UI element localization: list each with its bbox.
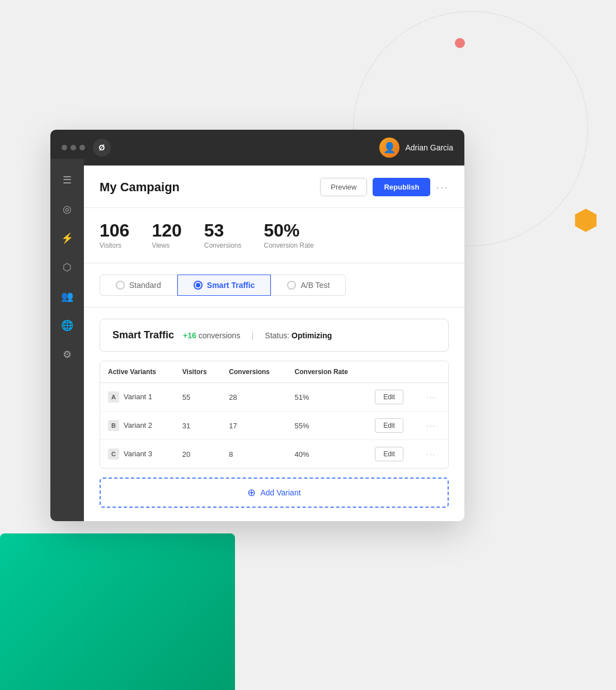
add-variant-icon: ⊕ bbox=[247, 486, 256, 499]
sidebar-item-campaigns[interactable]: ☰ bbox=[55, 168, 79, 192]
tab-standard[interactable]: Standard bbox=[100, 275, 177, 296]
bg-green-decoration bbox=[0, 533, 235, 690]
cell-edit: Edit bbox=[367, 383, 418, 412]
st-status-value: Optimizing bbox=[291, 331, 332, 340]
add-variant-label: Add Variant bbox=[260, 488, 300, 497]
table-row: BVariant 2 31 17 55% Edit ··· bbox=[100, 412, 448, 440]
th-menu bbox=[418, 361, 448, 383]
window-dot-1 bbox=[62, 145, 67, 150]
th-action bbox=[367, 361, 418, 383]
th-conversion-rate: Conversion Rate bbox=[287, 361, 368, 383]
smart-traffic-section: Smart Traffic +16 conversions | Status: … bbox=[100, 319, 449, 352]
edit-button[interactable]: Edit bbox=[375, 390, 403, 404]
cell-conversions: 8 bbox=[221, 440, 286, 469]
cell-conversions: 28 bbox=[221, 383, 286, 412]
app-window: Ø 👤 Adrian Garcia ☰ ◎ ⚡ ⬡ 👥 🌐 ⚙ My Campa… bbox=[50, 130, 464, 521]
sidebar-item-people[interactable]: 👥 bbox=[55, 284, 79, 309]
stats-row: 106 Visitors 120 Views 53 Conversions 50… bbox=[84, 208, 464, 263]
tab-ab-test-label: A/B Test bbox=[300, 281, 330, 290]
th-conversions: Conversions bbox=[221, 361, 286, 383]
row-more-menu[interactable]: ··· bbox=[426, 421, 436, 430]
table-header-row: Active Variants Visitors Conversions Con… bbox=[100, 361, 448, 383]
st-conversions-text: conversions bbox=[199, 331, 241, 340]
cell-edit: Edit bbox=[367, 440, 418, 469]
header-actions: Preview Republish ··· bbox=[320, 178, 449, 196]
table-row: CVariant 3 20 8 40% Edit ··· bbox=[100, 440, 448, 469]
stat-views-label: Views bbox=[152, 242, 181, 249]
cell-rate: 40% bbox=[287, 440, 368, 469]
edit-button[interactable]: Edit bbox=[375, 418, 403, 433]
table: Active Variants Visitors Conversions Con… bbox=[100, 361, 448, 468]
tab-standard-label: Standard bbox=[129, 281, 161, 290]
radio-smart-traffic bbox=[194, 281, 203, 290]
bg-dot-decoration bbox=[455, 38, 465, 48]
tab-smart-traffic-label: Smart Traffic bbox=[207, 281, 255, 290]
title-bar-right: 👤 Adrian Garcia bbox=[379, 138, 453, 158]
stat-conversions-label: Conversions bbox=[204, 242, 242, 249]
svg-marker-0 bbox=[575, 209, 596, 232]
main-content: My Campaign Preview Republish ··· 106 Vi… bbox=[84, 166, 464, 521]
radio-inner-dot bbox=[196, 283, 200, 287]
tab-smart-traffic[interactable]: Smart Traffic bbox=[177, 275, 271, 296]
stat-visitors-label: Visitors bbox=[100, 242, 129, 249]
cell-variant-name: CVariant 3 bbox=[100, 440, 175, 469]
republish-button[interactable]: Republish bbox=[373, 178, 430, 196]
app-body: ☰ ◎ ⚡ ⬡ 👥 🌐 ⚙ My Campaign Preview Republ… bbox=[50, 166, 464, 521]
cell-visitors: 55 bbox=[175, 383, 222, 412]
radio-ab-test bbox=[287, 281, 296, 290]
title-bar: Ø 👤 Adrian Garcia bbox=[50, 130, 464, 166]
stat-rate-value: 50% bbox=[264, 221, 313, 239]
stat-rate-label: Conversion Rate bbox=[264, 242, 313, 249]
more-menu[interactable]: ··· bbox=[436, 181, 449, 193]
add-variant-button[interactable]: ⊕ Add Variant bbox=[100, 478, 449, 508]
stat-views: 120 Views bbox=[152, 221, 181, 249]
table-row: AVariant 1 55 28 51% Edit ··· bbox=[100, 383, 448, 412]
stat-conversion-rate: 50% Conversion Rate bbox=[264, 221, 313, 249]
st-header: Smart Traffic +16 conversions | Status: … bbox=[112, 329, 436, 341]
sidebar-item-goals[interactable]: ◎ bbox=[55, 197, 79, 221]
sidebar-item-integrations[interactable]: ⬡ bbox=[55, 255, 79, 280]
stat-conversions: 53 Conversions bbox=[204, 221, 242, 249]
st-status: Status: Optimizing bbox=[265, 331, 332, 340]
cell-edit: Edit bbox=[367, 412, 418, 440]
sidebar: ☰ ◎ ⚡ ⬡ 👥 🌐 ⚙ bbox=[50, 159, 84, 521]
cell-conversions: 17 bbox=[221, 412, 286, 440]
tab-ab-test[interactable]: A/B Test bbox=[271, 275, 346, 296]
row-more-menu[interactable]: ··· bbox=[426, 393, 436, 401]
st-divider: | bbox=[251, 330, 253, 341]
bg-hex-decoration bbox=[572, 207, 599, 234]
sidebar-item-lightning[interactable]: ⚡ bbox=[55, 226, 79, 251]
cell-dots: ··· bbox=[418, 383, 448, 412]
preview-button[interactable]: Preview bbox=[320, 178, 367, 196]
st-conversions-plus: +16 bbox=[183, 331, 196, 340]
username: Adrian Garcia bbox=[405, 143, 453, 152]
cell-rate: 55% bbox=[287, 412, 368, 440]
cell-variant-name: AVariant 1 bbox=[100, 383, 175, 412]
row-more-menu[interactable]: ··· bbox=[426, 450, 436, 459]
stat-views-value: 120 bbox=[152, 221, 181, 239]
cell-variant-name: BVariant 2 bbox=[100, 412, 175, 440]
sidebar-item-settings[interactable]: ⚙ bbox=[55, 342, 79, 367]
th-visitors: Visitors bbox=[175, 361, 222, 383]
avatar: 👤 bbox=[379, 138, 399, 158]
stat-conversions-value: 53 bbox=[204, 221, 242, 239]
edit-button[interactable]: Edit bbox=[375, 447, 403, 461]
st-conversions: +16 conversions bbox=[183, 331, 240, 340]
window-dot-3 bbox=[79, 145, 85, 150]
variant-badge: C bbox=[108, 448, 119, 460]
window-dots bbox=[62, 145, 85, 150]
variant-badge: B bbox=[108, 420, 119, 431]
sidebar-item-globe[interactable]: 🌐 bbox=[55, 313, 79, 338]
cell-dots: ··· bbox=[418, 440, 448, 469]
st-title: Smart Traffic bbox=[112, 329, 174, 341]
variant-badge: A bbox=[108, 391, 119, 403]
campaign-header: My Campaign Preview Republish ··· bbox=[84, 166, 464, 208]
window-dot-2 bbox=[70, 145, 76, 150]
radio-standard bbox=[116, 281, 125, 290]
title-bar-left: Ø bbox=[62, 139, 111, 157]
th-active-variants: Active Variants bbox=[100, 361, 175, 383]
cell-visitors: 20 bbox=[175, 440, 222, 469]
cell-visitors: 31 bbox=[175, 412, 222, 440]
stat-visitors-value: 106 bbox=[100, 221, 129, 239]
variants-table: Active Variants Visitors Conversions Con… bbox=[100, 361, 449, 469]
